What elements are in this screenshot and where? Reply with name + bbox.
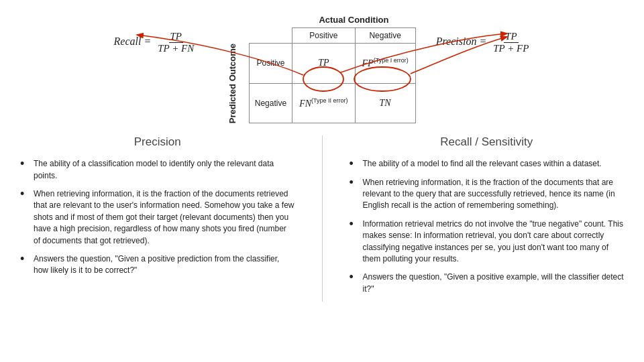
recall-title: Recall / Sensitivity [350,135,625,149]
bullet-text: Answers the question, "Given a positive … [363,272,625,295]
precision-formula: Precision = TP TP + FP [436,31,531,54]
bullet-dot: • [350,218,359,230]
bullet-dot: • [350,176,359,188]
positive-row-header: Positive [249,44,292,84]
fp-cell: FP(Type I error) [355,44,415,84]
precision-numerator: TP [504,31,519,43]
bullet-dot: • [20,188,30,200]
list-item: •When retrieving information, it is the … [350,177,625,212]
predicted-outcome-label: Predicted Outcome [215,44,249,123]
negative-row-header: Negative [249,83,292,123]
bullet-dot: • [350,158,359,170]
column-divider [322,135,323,302]
list-item: •The ability of a model to find all the … [350,158,625,170]
recall-label: Recall = [114,36,152,47]
bullet-text: When retrieving information, it is the f… [34,188,295,247]
top-section: Recall = TP TP + FN Actual Condition Pos… [0,0,644,123]
bullet-dot: • [20,253,30,265]
tp-cell: TP [292,44,355,84]
list-item: •Answers the question, "Given a positive… [20,253,295,277]
recall-denominator: TP + FN [156,43,195,54]
bullet-dot: • [350,271,359,283]
confusion-matrix: Actual Condition Positive Negative Predi… [215,12,415,123]
list-item: •The ability of a classification model t… [20,158,295,182]
bullet-text: The ability of a model to find all the r… [363,158,602,170]
precision-bullets: •The ability of a classification model t… [20,158,295,277]
actual-condition-header: Actual Condition [292,12,416,28]
list-item: •Information retrieval metrics do not in… [350,219,625,265]
bullet-dot: • [20,158,30,170]
precision-column: Precision •The ability of a classificati… [20,135,295,302]
fn-cell: FN(Type II error) [292,83,355,123]
bullet-text: The ability of a classification model to… [34,158,295,182]
list-item: •Answers the question, "Given a positive… [350,272,625,295]
positive-col-header: Positive [292,28,355,44]
negative-col-header: Negative [355,28,415,44]
bullet-text: When retrieving information, it is the f… [363,177,625,212]
bullet-text: Answers the question, "Given a positive … [34,253,295,277]
recall-fraction: TP TP + FN [156,31,195,54]
fn-note: (Type II error) [311,97,348,104]
recall-numerator: TP [169,31,184,43]
precision-fraction: TP TP + FP [492,31,530,54]
list-item: •When retrieving information, it is the … [20,188,295,247]
precision-label: Precision = [436,36,487,47]
recall-column: Recall / Sensitivity •The ability of a m… [350,135,625,302]
precision-denominator: TP + FP [492,43,530,54]
matrix-table: Actual Condition Positive Negative Predi… [215,12,415,123]
bullet-text: Information retrieval metrics do not inv… [363,219,625,265]
fp-note: (Type I error) [374,57,409,64]
bottom-section: Precision •The ability of a classificati… [0,135,644,302]
recall-formula: Recall = TP TP + FN [114,31,196,54]
tn-cell: TN [355,83,415,123]
precision-title: Precision [20,135,295,149]
recall-bullets: •The ability of a model to find all the … [350,158,625,295]
